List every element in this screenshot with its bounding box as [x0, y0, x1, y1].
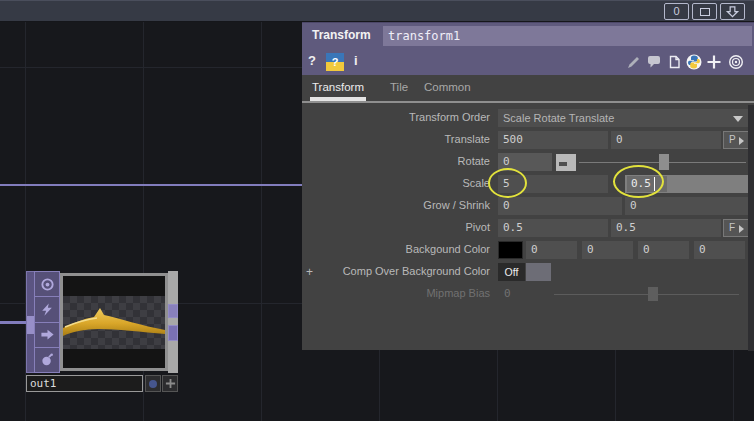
arrow-right-icon	[40, 327, 55, 342]
background-color-swatch[interactable]	[498, 241, 523, 259]
translate-x-value: 500	[503, 133, 523, 146]
pencil-icon[interactable]	[626, 54, 642, 70]
param-label-grow-shrink: Grow / Shrink	[302, 199, 490, 211]
info-button[interactable]: i	[354, 53, 358, 68]
param-label-comp-over: Comp Over Background Color	[302, 265, 490, 277]
panel-scrollbar[interactable]	[748, 105, 754, 351]
mipmap-slider-handle	[648, 287, 658, 301]
chevron-right-icon	[739, 137, 744, 145]
viewer-count-button[interactable]: 0	[664, 3, 689, 20]
node-thumbnail-viewer[interactable]	[60, 273, 168, 371]
transform-order-dropdown[interactable]: Scale Rotate Translate	[498, 109, 749, 127]
parameter-tabs: Transform Tile Common	[302, 75, 754, 103]
python-icon[interactable]	[686, 54, 702, 70]
maximize-icon	[700, 8, 710, 16]
pivot-fraction-button[interactable]: F	[723, 219, 749, 237]
plus-icon	[165, 378, 176, 389]
param-label-transform-order: Transform Order	[302, 111, 490, 123]
background-color-b-field[interactable]: 0	[638, 241, 689, 259]
annotation-circle-scale-y	[613, 165, 664, 198]
gold-streak-image	[63, 276, 165, 368]
param-label-mipmap-bias: Mipmap Bias	[302, 287, 490, 299]
node-bypass-flag[interactable]	[35, 348, 59, 372]
copy-icon[interactable]	[666, 54, 682, 70]
param-label-pivot: Pivot	[302, 221, 490, 233]
node-name-field[interactable]: out1	[26, 375, 143, 392]
grow-shrink-y-value: 0	[630, 199, 637, 212]
comment-icon[interactable]	[646, 54, 662, 70]
tab-transform[interactable]: Transform	[312, 81, 364, 93]
param-label-scale: Scale	[302, 177, 490, 189]
node-color-dot-icon	[149, 380, 157, 388]
operator-name-input[interactable]: transform1	[383, 26, 752, 46]
rotate-value: 0	[503, 155, 510, 168]
comp-over-off-label[interactable]: Off	[498, 263, 525, 281]
window-titlebar: 0	[0, 0, 754, 22]
node-render-flag[interactable]	[35, 323, 59, 348]
viewer-icon	[40, 277, 55, 292]
dock-down-arrow-icon	[725, 5, 740, 19]
node-name-label: out1	[30, 377, 57, 390]
node-add-button[interactable]	[162, 375, 178, 392]
param-row-background-color: Backgound Color 0 0 0 0	[302, 241, 748, 261]
param-row-rotate: Rotate 0	[302, 153, 748, 173]
python-help-button[interactable]: ?	[326, 53, 344, 71]
bg-b-value: 0	[643, 243, 650, 256]
param-row-grow-shrink: Grow / Shrink 0 0	[302, 197, 748, 217]
concentric-circles-icon[interactable]	[728, 54, 744, 70]
rotate-slider-zero-block[interactable]	[556, 154, 576, 171]
translate-x-field[interactable]: 500	[498, 131, 608, 149]
panel-header: Transform transform1	[302, 23, 754, 49]
node-viewer-flag[interactable]	[35, 272, 59, 297]
node-flags	[34, 271, 60, 373]
lightning-icon	[40, 302, 54, 317]
node-output-connector-1[interactable]	[168, 304, 178, 318]
maximize-button[interactable]	[692, 3, 717, 20]
background-color-r-field[interactable]: 0	[526, 241, 577, 259]
panel-title: Transform	[312, 28, 371, 42]
translate-y-value: 0	[616, 133, 623, 146]
node-input-wire[interactable]	[0, 321, 28, 324]
parameter-dialog: Transform transform1 ? ? i	[302, 22, 754, 350]
param-row-comp-over: + Comp Over Background Color Off	[302, 263, 748, 283]
translate-picker-button[interactable]: P	[723, 131, 749, 149]
node-output-strip	[168, 271, 178, 373]
chevron-down-icon	[733, 116, 743, 122]
bg-r-value: 0	[531, 243, 538, 256]
background-color-g-field[interactable]: 0	[582, 241, 633, 259]
node-color-button[interactable]	[145, 375, 161, 392]
node-output-connector-2[interactable]	[168, 325, 178, 341]
bg-g-value: 0	[587, 243, 594, 256]
pivot-y-value: 0.5	[616, 221, 636, 234]
dock-down-button[interactable]	[720, 3, 745, 20]
background-color-a-field[interactable]: 0	[694, 241, 745, 259]
annotation-circle-scale-x	[488, 168, 527, 198]
pivot-y-field[interactable]: 0.5	[611, 219, 721, 237]
add-icon[interactable]	[706, 54, 722, 70]
param-row-pivot: Pivot 0.5 0.5 F	[302, 219, 748, 239]
pivot-x-value: 0.5	[503, 221, 523, 234]
node-cook-flag[interactable]	[35, 297, 59, 322]
help-button[interactable]: ?	[308, 53, 316, 68]
param-row-transform-order: Transform Order Scale Rotate Translate	[302, 109, 748, 129]
chevron-right-icon	[739, 225, 744, 233]
translate-y-field[interactable]: 0	[611, 131, 721, 149]
transform-order-value: Scale Rotate Translate	[503, 112, 614, 124]
operator-name-value: transform1	[388, 29, 460, 43]
pivot-x-field[interactable]: 0.5	[498, 219, 608, 237]
grow-shrink-y-field[interactable]: 0	[625, 197, 749, 215]
mipmap-slider-track	[554, 294, 739, 295]
grow-shrink-x-field[interactable]: 0	[498, 197, 622, 215]
rotate-slider-handle[interactable]	[659, 154, 669, 170]
fraction-button-label: F	[729, 222, 735, 233]
tab-common[interactable]: Common	[424, 81, 471, 93]
network-wire[interactable]	[0, 184, 302, 186]
picker-button-label: P	[729, 134, 736, 145]
param-label-background-color: Backgound Color	[302, 243, 490, 255]
bg-a-value: 0	[699, 243, 706, 256]
viewer-count-label: 0	[673, 5, 679, 17]
comp-over-toggle[interactable]	[526, 263, 551, 281]
tab-tile[interactable]: Tile	[390, 81, 408, 93]
mipmap-bias-value: 0	[504, 287, 511, 300]
top-node[interactable]: out1	[26, 271, 178, 392]
